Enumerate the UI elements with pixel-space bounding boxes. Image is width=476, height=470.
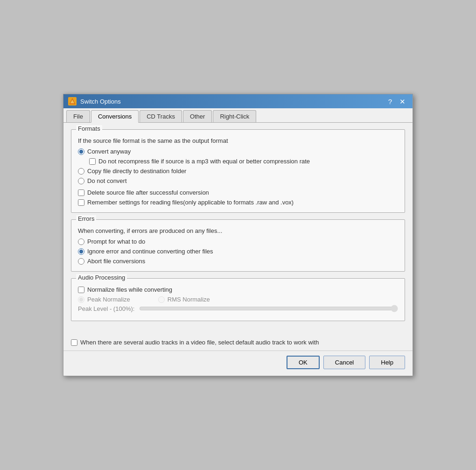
checkbox-no-recompress-label: Do not recompress file if source is a mp… — [98, 158, 310, 165]
cancel-button[interactable]: Cancel — [323, 356, 365, 369]
normalize-row: Peak Normalize RMS Normalize — [78, 293, 398, 303]
slider-row: Peak Level - (100%): — [78, 303, 398, 314]
radio-convert-anyway-label: Convert anyway — [87, 148, 131, 155]
checkbox-normalize-label: Normalize files while converting — [87, 286, 172, 293]
radio-do-not-convert-item[interactable]: Do not convert — [78, 177, 398, 184]
checkbox-no-recompress[interactable] — [89, 158, 96, 165]
radio-peak[interactable] — [78, 296, 84, 303]
formats-radio-group: Convert anyway Do not recompress file if… — [78, 148, 398, 184]
errors-description: When converting, if errors are produced … — [78, 227, 398, 234]
help-dialog-button[interactable]: Help — [369, 356, 405, 369]
title-bar-controls: ? ✕ — [386, 98, 408, 105]
tab-conversions[interactable]: Conversions — [91, 110, 139, 123]
checkbox-remember-settings-item[interactable]: Remember settings for reading files(only… — [78, 199, 398, 206]
radio-abort-label: Abort file conversions — [87, 258, 145, 265]
tab-file[interactable]: File — [66, 110, 90, 122]
radio-prompt[interactable] — [78, 239, 84, 245]
dialog-title: Switch Options — [80, 98, 121, 105]
checkbox-audio-track[interactable] — [71, 339, 77, 346]
radio-convert-anyway-item[interactable]: Convert anyway — [78, 148, 398, 155]
slider-label: Peak Level - (100%): — [78, 305, 134, 312]
errors-radio-group: Prompt for what to do Ignore error and c… — [78, 238, 398, 265]
content-area: Formats If the source file format is the… — [63, 123, 413, 334]
formats-legend: Formats — [76, 125, 102, 132]
radio-do-not-convert-label: Do not convert — [87, 177, 127, 184]
errors-section: Errors When converting, if errors are pr… — [71, 219, 405, 272]
radio-rms-item[interactable]: RMS Normalize — [158, 296, 210, 303]
radio-peak-label: Peak Normalize — [87, 296, 130, 303]
button-bar: OK Cancel Help — [63, 351, 413, 376]
tab-cd-tracks[interactable]: CD Tracks — [140, 110, 182, 122]
audio-section: Audio Processing Normalize files while c… — [71, 278, 405, 321]
radio-ignore-label: Ignore error and continue converting oth… — [87, 248, 213, 255]
formats-description: If the source file format is the same as… — [78, 137, 398, 144]
radio-copy-directly-label: Copy file directly to destination folder — [87, 168, 186, 175]
dialog-window: Switch Options ? ✕ File Conversions CD T… — [63, 94, 413, 376]
radio-abort-item[interactable]: Abort file conversions — [78, 258, 398, 265]
radio-convert-anyway[interactable] — [78, 148, 84, 155]
radio-rms[interactable] — [158, 296, 165, 303]
formats-section: Formats If the source file format is the… — [71, 129, 405, 213]
title-bar: Switch Options ? ✕ — [63, 94, 413, 108]
checkbox-delete-source-item[interactable]: Delete source file after successful conv… — [78, 189, 398, 196]
title-bar-left: Switch Options — [68, 97, 121, 105]
audio-legend: Audio Processing — [76, 274, 127, 281]
ok-button[interactable]: OK — [287, 356, 320, 369]
bottom-checkbox-area: When there are several audio tracks in a… — [63, 334, 413, 351]
help-button[interactable]: ? — [386, 98, 394, 105]
tab-other[interactable]: Other — [183, 110, 212, 122]
checkbox-remember-settings-label: Remember settings for reading files(only… — [87, 199, 294, 206]
checkbox-audio-track-label: When there are several audio tracks in a… — [80, 339, 319, 346]
checkbox-no-recompress-item[interactable]: Do not recompress file if source is a mp… — [78, 158, 398, 165]
close-button[interactable]: ✕ — [397, 98, 408, 105]
tabs-bar: File Conversions CD Tracks Other Right-C… — [63, 108, 413, 123]
checkbox-delete-source[interactable] — [78, 189, 84, 196]
radio-abort[interactable] — [78, 258, 84, 265]
checkbox-normalize[interactable] — [78, 287, 84, 293]
peak-level-slider[interactable] — [139, 305, 398, 312]
checkbox-remember-settings[interactable] — [78, 199, 84, 206]
radio-prompt-label: Prompt for what to do — [87, 238, 145, 245]
radio-copy-directly[interactable] — [78, 168, 84, 175]
app-icon — [68, 97, 77, 105]
radio-do-not-convert[interactable] — [78, 178, 84, 184]
checkbox-normalize-item[interactable]: Normalize files while converting — [78, 286, 398, 293]
radio-ignore-item[interactable]: Ignore error and continue converting oth… — [78, 248, 398, 255]
radio-peak-item[interactable]: Peak Normalize — [78, 296, 130, 303]
radio-copy-directly-item[interactable]: Copy file directly to destination folder — [78, 168, 398, 175]
radio-prompt-item[interactable]: Prompt for what to do — [78, 238, 398, 245]
tab-right-click[interactable]: Right-Click — [213, 110, 256, 122]
radio-rms-label: RMS Normalize — [168, 296, 210, 303]
errors-legend: Errors — [76, 215, 96, 222]
radio-ignore[interactable] — [78, 248, 84, 255]
checkbox-delete-source-label: Delete source file after successful conv… — [87, 189, 209, 196]
